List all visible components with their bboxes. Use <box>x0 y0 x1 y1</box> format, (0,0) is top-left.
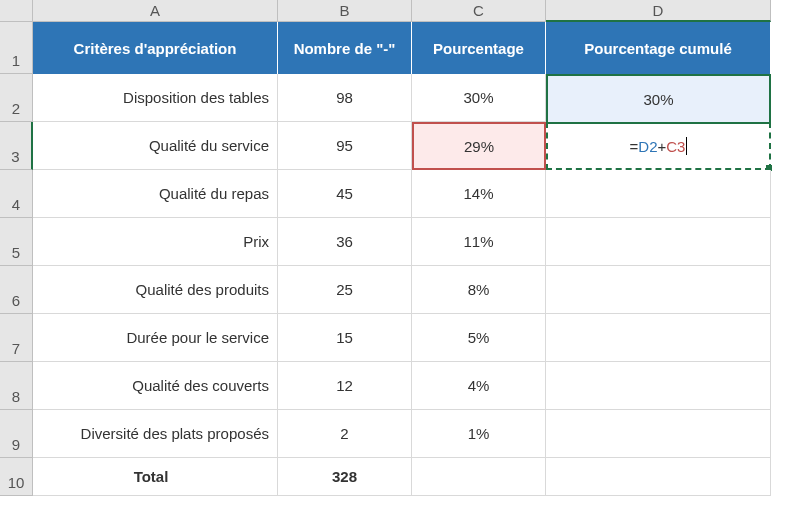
formula-eq: = <box>630 138 639 155</box>
cell-C6[interactable]: 8% <box>412 266 546 314</box>
cell-A9[interactable]: Diversité des plats proposés <box>33 410 278 458</box>
cell-D4[interactable] <box>546 170 771 218</box>
cell-A4[interactable]: Qualité du repas <box>33 170 278 218</box>
cell-A3[interactable]: Qualité du service <box>33 122 278 170</box>
cell-B8[interactable]: 12 <box>278 362 412 410</box>
cell-A2[interactable]: Disposition des tables <box>33 74 278 122</box>
cell-C9[interactable]: 1% <box>412 410 546 458</box>
cell-C10[interactable] <box>412 458 546 496</box>
cell-D6[interactable] <box>546 266 771 314</box>
header-pourcentage-cumule: Pourcentage cumulé <box>546 22 771 74</box>
cell-D7[interactable] <box>546 314 771 362</box>
cell-B7[interactable]: 15 <box>278 314 412 362</box>
cell-D8[interactable] <box>546 362 771 410</box>
row-header-10[interactable]: 10 <box>0 458 33 496</box>
cell-B3[interactable]: 95 <box>278 122 412 170</box>
cell-B5[interactable]: 36 <box>278 218 412 266</box>
row-header-4[interactable]: 4 <box>0 170 33 218</box>
header-nombre: Nombre de "-" <box>278 22 412 74</box>
cell-A8[interactable]: Qualité des couverts <box>33 362 278 410</box>
spreadsheet-grid[interactable]: A B C D 1 Critères d'appréciation Nombre… <box>0 0 805 496</box>
cell-D3-formula-editor[interactable]: =D2+C3 <box>546 122 771 170</box>
cell-C4[interactable]: 14% <box>412 170 546 218</box>
cell-A10-total[interactable]: Total <box>33 458 278 496</box>
header-criteres: Critères d'appréciation <box>33 22 278 74</box>
row-header-8[interactable]: 8 <box>0 362 33 410</box>
col-header-D[interactable]: D <box>546 0 771 22</box>
cell-D2[interactable]: 30% <box>546 74 771 122</box>
header-pourcentage: Pourcentage <box>412 22 546 74</box>
cell-A6[interactable]: Qualité des produits <box>33 266 278 314</box>
col-header-A[interactable]: A <box>33 0 278 22</box>
row-header-9[interactable]: 9 <box>0 410 33 458</box>
cell-B6[interactable]: 25 <box>278 266 412 314</box>
cell-A7[interactable]: Durée pour le service <box>33 314 278 362</box>
row-header-6[interactable]: 6 <box>0 266 33 314</box>
cell-D9[interactable] <box>546 410 771 458</box>
row-header-7[interactable]: 7 <box>0 314 33 362</box>
cell-B9[interactable]: 2 <box>278 410 412 458</box>
cell-D5[interactable] <box>546 218 771 266</box>
text-cursor <box>686 137 687 155</box>
col-header-C[interactable]: C <box>412 0 546 22</box>
cell-C5[interactable]: 11% <box>412 218 546 266</box>
cell-C2[interactable]: 30% <box>412 74 546 122</box>
formula-ref-C3: C3 <box>666 138 685 155</box>
formula-ref-D2: D2 <box>638 138 657 155</box>
cell-B4[interactable]: 45 <box>278 170 412 218</box>
row-header-3[interactable]: 3 <box>0 122 33 170</box>
cell-C3[interactable]: 29% <box>412 122 546 170</box>
formula-plus: + <box>658 138 667 155</box>
cell-A5[interactable]: Prix <box>33 218 278 266</box>
cell-C7[interactable]: 5% <box>412 314 546 362</box>
cell-D10[interactable] <box>546 458 771 496</box>
row-header-2[interactable]: 2 <box>0 74 33 122</box>
select-all-corner[interactable] <box>0 0 33 22</box>
cell-B2[interactable]: 98 <box>278 74 412 122</box>
row-header-1[interactable]: 1 <box>0 22 33 74</box>
cell-B10-total[interactable]: 328 <box>278 458 412 496</box>
cell-C8[interactable]: 4% <box>412 362 546 410</box>
row-header-5[interactable]: 5 <box>0 218 33 266</box>
col-header-B[interactable]: B <box>278 0 412 22</box>
